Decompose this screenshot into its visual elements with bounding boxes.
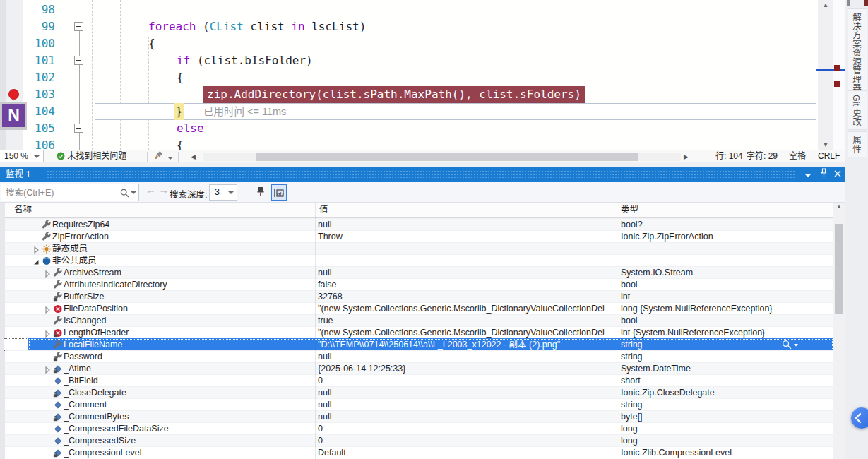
close-button[interactable]: [831, 167, 845, 182]
overlay-collapse-button[interactable]: [851, 407, 868, 429]
breakpoint-statement[interactable]: zip.AddDirectory(clist.sPath.MaxPath(), …: [203, 86, 585, 103]
watch-row[interactable]: _Commentnullstring: [5, 398, 833, 410]
watch-row[interactable]: ArchiveStreamnullSystem.IO.Stream: [5, 266, 833, 278]
pin-properties-button[interactable]: [253, 184, 268, 201]
watch-name-cell[interactable]: AttributesIndicateDirectory: [64, 279, 315, 291]
watch-name-cell[interactable]: RequiresZip64: [52, 219, 315, 231]
fold-collapse-button[interactable]: [74, 124, 83, 133]
watch-row[interactable]: Passwordnullstring: [5, 350, 833, 362]
watch-name-cell[interactable]: _CompressionLevel: [64, 447, 315, 459]
watch-row[interactable]: AttributesIndicateDirectoryfalsebool: [5, 278, 833, 290]
breakpoint-dot[interactable]: [8, 89, 19, 100]
watch-name-cell[interactable]: BufferSize: [64, 291, 315, 303]
code-cleanup-button[interactable]: [154, 150, 173, 163]
watch-row[interactable]: RequiresZip64nullbool?: [5, 218, 833, 230]
watch-name-cell[interactable]: _Atime: [64, 363, 315, 375]
watch-value-cell[interactable]: "(new System.Collections.Generic.Mscorli…: [318, 303, 614, 315]
code-editor[interactable]: 9899foreach (CList clist in lscList)100{…: [0, 0, 845, 150]
editor-vertical-scrollbar[interactable]: ▲ ▼: [818, 0, 833, 150]
watch-value-cell[interactable]: [318, 243, 614, 255]
watch-row[interactable]: LengthOfHeader"(new System.Collections.G…: [5, 326, 833, 338]
watch-row[interactable]: FileDataPosition"(new System.Collections…: [5, 302, 833, 314]
fold-collapse-button[interactable]: [74, 22, 83, 31]
search-input[interactable]: [6, 186, 117, 199]
watch-row[interactable]: 非公共成员: [5, 254, 833, 266]
watch-name-cell[interactable]: Password: [64, 351, 315, 363]
window-position-button[interactable]: [801, 167, 815, 182]
watch-value-cell[interactable]: null: [318, 411, 614, 423]
side-tab-git-changes[interactable]: Git 更改: [848, 90, 867, 130]
status-char-number[interactable]: 字符: 29: [747, 150, 778, 163]
search-depth-dropdown[interactable]: 3: [209, 184, 237, 201]
watch-value-cell[interactable]: null: [318, 387, 614, 399]
watch-row[interactable]: ZipErrorActionThrowIonic.Zip.ZipErrorAct…: [5, 230, 833, 242]
watch-value-cell[interactable]: null: [318, 219, 614, 231]
hscroll-left-arrow[interactable]: ◀: [191, 150, 196, 163]
watch-name-cell[interactable]: 非公共成员: [52, 255, 315, 267]
horizontal-scrollbar[interactable]: [203, 153, 681, 161]
search-next-button[interactable]: →: [158, 184, 169, 196]
text-visualizer-toggle[interactable]: ab: [271, 184, 287, 201]
hscroll-thumb[interactable]: [256, 153, 638, 161]
scroll-down-icon[interactable]: ▼: [818, 140, 833, 150]
watch-row[interactable]: IsChangedtruebool: [5, 314, 833, 326]
watch-value-cell[interactable]: [318, 255, 614, 267]
zoom-dropdown[interactable]: 150 %: [0, 150, 44, 163]
scroll-up-icon[interactable]: ▲: [833, 203, 845, 211]
watch-row[interactable]: _Atime{2025-06-14 12:25:33}System.DateTi…: [5, 362, 833, 374]
document-health-indicator[interactable]: 未找到相关问题: [57, 150, 126, 163]
watch-name-cell[interactable]: 静态成员: [52, 243, 315, 255]
watch-value-cell[interactable]: Throw: [318, 231, 614, 243]
extension-n-icon[interactable]: N: [2, 104, 25, 127]
code-line[interactable]: 106{: [0, 137, 818, 150]
watch-value-cell[interactable]: 0: [318, 423, 614, 435]
watch-name-cell[interactable]: _CloseDelegate: [64, 387, 315, 399]
watch-name-cell[interactable]: _CommentBytes: [64, 411, 315, 423]
watch-name-cell[interactable]: ArchiveStream: [64, 267, 315, 279]
status-indentation[interactable]: 空格: [789, 150, 806, 163]
watch-row[interactable]: _CompressedSize0long: [5, 434, 833, 446]
wscroll-thumb[interactable]: [835, 224, 843, 314]
code-line[interactable]: 103zip.AddDirectory(clist.sPath.MaxPath(…: [0, 86, 818, 103]
watch-row[interactable]: _CompressionLevelDefaultIonic.Zlib.Compr…: [5, 446, 833, 458]
code-line[interactable]: 102{: [0, 69, 818, 86]
watch-value-cell[interactable]: "(new System.Collections.Generic.Mscorli…: [318, 327, 614, 339]
fold-collapse-button[interactable]: [74, 56, 83, 65]
code-line[interactable]: 99foreach (CList clist in lscList): [0, 18, 818, 35]
scroll-up-icon[interactable]: ▲: [818, 0, 833, 10]
watch-name-cell[interactable]: ZipErrorAction: [52, 231, 315, 243]
side-tab-properties[interactable]: 属性: [848, 131, 867, 157]
code-line[interactable]: 98: [0, 1, 818, 18]
watch-vertical-scrollbar[interactable]: ▲: [833, 203, 845, 459]
watch-value-cell[interactable]: 0: [318, 435, 614, 447]
watch-value-cell[interactable]: true: [318, 315, 614, 327]
value-visualizer-button[interactable]: [782, 340, 803, 350]
watch-value-cell[interactable]: false: [318, 279, 614, 291]
watch-name-cell[interactable]: LengthOfHeader: [64, 327, 315, 339]
watch-name-cell[interactable]: IsChanged: [64, 315, 315, 327]
search-prev-button[interactable]: ←: [145, 184, 156, 196]
watch-grid[interactable]: RequiresZip64nullbool?ZipErrorActionThro…: [0, 218, 833, 459]
column-header-value[interactable]: 值: [319, 203, 328, 217]
watch-value-cell[interactable]: null: [318, 351, 614, 363]
pin-button[interactable]: [816, 167, 831, 182]
watch-value-cell[interactable]: 32768: [318, 291, 614, 303]
side-tab-solution-explorer[interactable]: 解决方案资源管理器: [848, 8, 867, 97]
watch-row[interactable]: 静态成员: [5, 242, 833, 254]
status-line-ending[interactable]: CRLF: [818, 150, 840, 163]
watch-value-cell[interactable]: 0: [318, 375, 614, 387]
column-divider[interactable]: [617, 203, 617, 459]
watch-row[interactable]: _CommentBytesnullbyte[]: [5, 410, 833, 422]
status-line-number[interactable]: 行: 104: [715, 150, 743, 163]
watch-name-cell[interactable]: LocalFileName: [64, 339, 315, 351]
watch-name-cell[interactable]: _Comment: [64, 399, 315, 411]
perf-tip[interactable]: 已用时间 <= 11ms: [203, 103, 286, 120]
watch-row[interactable]: BufferSize32768int: [5, 290, 833, 302]
column-header-type[interactable]: 类型: [621, 203, 638, 217]
watch-row[interactable]: _CompressedFileDataSize0long: [5, 422, 833, 434]
watch-row[interactable]: _BitField0short: [5, 374, 833, 386]
watch-value-cell[interactable]: null: [318, 267, 614, 279]
code-line[interactable]: 105else: [0, 120, 818, 137]
code-line[interactable]: 100{: [0, 35, 818, 52]
hscroll-right-arrow[interactable]: ▶: [684, 150, 689, 163]
